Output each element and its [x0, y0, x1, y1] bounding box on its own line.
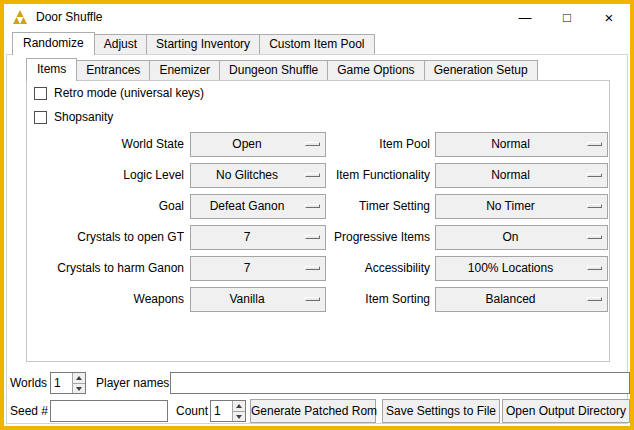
count-spin-buttons — [232, 401, 245, 421]
count-label: Count — [176, 400, 208, 422]
dropdown-indicator-icon — [587, 235, 602, 239]
worlds-input[interactable] — [51, 373, 72, 393]
items-tab-pane — [26, 80, 610, 362]
arrow-up-icon — [76, 376, 82, 380]
worlds-spin-up-button[interactable] — [72, 373, 85, 383]
settings-tab-bar: Items Entrances Enemizer Dungeon Shuffle… — [26, 57, 538, 80]
crystals-ganon-label: Crystals to harm Ganon — [24, 256, 184, 281]
timer-setting-value: No Timer — [440, 195, 581, 218]
generate-patched-rom-button[interactable]: Generate Patched Rom — [250, 399, 376, 423]
item-functionality-value: Normal — [440, 164, 581, 187]
maximize-button[interactable]: □ — [546, 4, 588, 30]
progressive-items-value: On — [440, 226, 581, 249]
tab-game-options[interactable]: Game Options — [327, 60, 424, 80]
dropdown-indicator-icon — [587, 297, 602, 301]
shopsanity-label: Shopsanity — [54, 110, 113, 124]
worlds-spin-buttons — [72, 373, 85, 393]
titlebar: Door Shuffle — □ × — [4, 4, 630, 30]
tab-adjust[interactable]: Adjust — [94, 34, 147, 54]
crystals-gt-value: 7 — [195, 226, 299, 249]
tab-generation-setup[interactable]: Generation Setup — [424, 60, 538, 80]
goal-label: Goal — [24, 194, 184, 219]
retro-mode-checkbox[interactable] — [34, 87, 47, 100]
weapons-value: Vanilla — [195, 288, 299, 311]
count-spin-down-button[interactable] — [232, 411, 245, 421]
item-pool-value: Normal — [440, 133, 581, 156]
item-functionality-label: Item Functionality — [300, 163, 430, 188]
world-state-value: Open — [195, 133, 299, 156]
timer-setting-label: Timer Setting — [300, 194, 430, 219]
accessibility-dropdown[interactable]: 100% Locations — [435, 256, 608, 281]
item-functionality-dropdown[interactable]: Normal — [435, 163, 608, 188]
progressive-items-label: Progressive Items — [300, 225, 430, 250]
tab-enemizer[interactable]: Enemizer — [149, 60, 220, 80]
close-button[interactable]: × — [588, 4, 630, 30]
timer-setting-dropdown[interactable]: No Timer — [435, 194, 608, 219]
arrow-down-icon — [236, 415, 242, 419]
app-icon[interactable] — [12, 9, 28, 25]
save-settings-button[interactable]: Save Settings to File — [382, 399, 500, 423]
retro-mode-label: Retro mode (universal keys) — [54, 86, 204, 100]
worlds-label: Worlds — [10, 372, 47, 394]
open-output-directory-button[interactable]: Open Output Directory — [502, 399, 630, 423]
item-sorting-value: Balanced — [440, 288, 581, 311]
door-shuffle-window: Door Shuffle — □ × Randomize Adjust Star… — [0, 0, 634, 430]
logic-level-value: No Glitches — [195, 164, 299, 187]
tab-randomize[interactable]: Randomize — [12, 32, 95, 55]
shopsanity-row: Shopsanity — [34, 109, 113, 125]
crystals-ganon-value: 7 — [195, 257, 299, 280]
logic-level-label: Logic Level — [24, 163, 184, 188]
dropdown-indicator-icon — [587, 204, 602, 208]
minimize-icon: — — [519, 11, 532, 24]
dropdown-indicator-icon — [587, 266, 602, 270]
item-pool-dropdown[interactable]: Normal — [435, 132, 608, 157]
count-spin-up-button[interactable] — [232, 401, 245, 411]
tab-dungeon-shuffle[interactable]: Dungeon Shuffle — [219, 60, 328, 80]
goal-value: Defeat Ganon — [195, 195, 299, 218]
dropdown-indicator-icon — [587, 142, 602, 146]
close-icon: × — [605, 10, 614, 25]
weapons-label: Weapons — [24, 287, 184, 312]
shopsanity-checkbox[interactable] — [34, 111, 47, 124]
dropdown-indicator-icon — [587, 173, 602, 177]
item-sorting-dropdown[interactable]: Balanced — [435, 287, 608, 312]
accessibility-label: Accessibility — [300, 256, 430, 281]
tab-items[interactable]: Items — [26, 58, 77, 81]
tab-entrances[interactable]: Entrances — [76, 60, 150, 80]
player-names-label: Player names — [96, 372, 169, 394]
retro-mode-row: Retro mode (universal keys) — [34, 85, 204, 101]
maximize-icon: □ — [563, 11, 571, 24]
window-controls: — □ × — [504, 4, 630, 30]
arrow-down-icon — [76, 387, 82, 391]
item-pool-label: Item Pool — [300, 132, 430, 157]
minimize-button[interactable]: — — [504, 4, 546, 30]
tab-custom-item-pool[interactable]: Custom Item Pool — [259, 34, 374, 54]
main-tab-bar: Randomize Adjust Starting Inventory Cust… — [12, 31, 375, 54]
world-state-label: World State — [24, 132, 184, 157]
item-sorting-label: Item Sorting — [300, 287, 430, 312]
progressive-items-dropdown[interactable]: On — [435, 225, 608, 250]
tab-starting-inventory[interactable]: Starting Inventory — [146, 34, 260, 54]
count-spinbox[interactable] — [210, 400, 246, 422]
window-title: Door Shuffle — [36, 10, 103, 24]
worlds-spinbox[interactable] — [50, 372, 86, 394]
arrow-up-icon — [236, 404, 242, 408]
player-names-input[interactable] — [170, 372, 630, 394]
crystals-gt-label: Crystals to open GT — [24, 225, 184, 250]
accessibility-value: 100% Locations — [440, 257, 581, 280]
count-input[interactable] — [211, 401, 232, 421]
seed-label: Seed # — [10, 400, 48, 422]
worlds-spin-down-button[interactable] — [72, 383, 85, 393]
seed-input[interactable] — [50, 400, 168, 422]
